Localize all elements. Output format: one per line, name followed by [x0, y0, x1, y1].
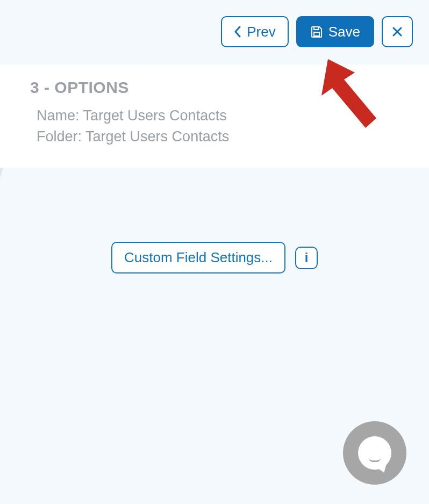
svg-rect-0 — [314, 27, 318, 30]
save-button[interactable]: Save — [296, 16, 374, 47]
folder-value: Target Users Contacts — [85, 128, 229, 145]
close-icon — [392, 26, 403, 37]
save-button-label: Save — [328, 24, 360, 40]
chevron-left-icon — [234, 26, 241, 38]
folder-label: Folder: — [37, 128, 82, 145]
info-button[interactable]: i — [295, 247, 318, 269]
chat-bubble-icon — [358, 436, 391, 470]
custom-field-settings-button[interactable]: Custom Field Settings... — [111, 242, 285, 273]
prev-button[interactable]: Prev — [221, 16, 288, 47]
chat-fab-button[interactable] — [343, 421, 406, 485]
prev-button-label: Prev — [247, 24, 275, 40]
close-button[interactable] — [382, 16, 413, 47]
save-icon — [310, 25, 323, 38]
options-folder-row: Folder: Target Users Contacts — [37, 128, 413, 145]
custom-field-row: Custom Field Settings... i — [0, 242, 429, 273]
name-label: Name: — [37, 107, 80, 124]
info-icon: i — [305, 250, 309, 265]
step-options-panel: 3 - OPTIONS Name: Target Users Contacts … — [0, 64, 429, 168]
name-value: Target Users Contacts — [83, 107, 227, 124]
wizard-toolbar: Prev Save — [221, 16, 413, 47]
step-heading: 3 - OPTIONS — [30, 78, 413, 97]
options-name-row: Name: Target Users Contacts — [37, 107, 413, 124]
svg-rect-1 — [314, 32, 319, 36]
